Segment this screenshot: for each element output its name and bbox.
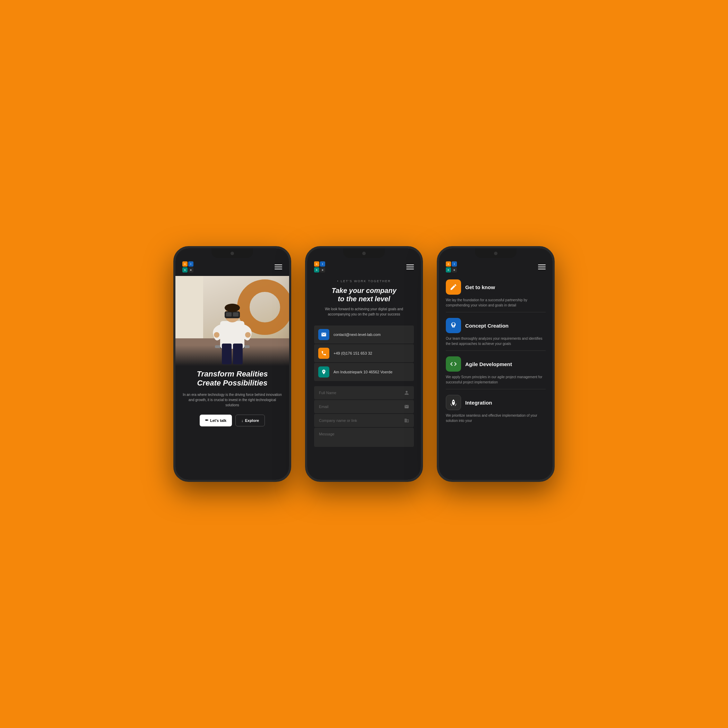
divider-2 bbox=[446, 350, 546, 351]
integration-icon-bg bbox=[446, 395, 461, 410]
logo-cell-i: i bbox=[188, 262, 193, 266]
logo-2-cell-i: i bbox=[320, 262, 325, 266]
location-icon-bg bbox=[318, 366, 329, 378]
edit-icon bbox=[450, 283, 457, 291]
hamburger-menu[interactable] bbox=[275, 265, 282, 269]
phone-icon bbox=[321, 350, 327, 356]
hero-photo bbox=[176, 276, 289, 366]
agile-dev-title: Agile Development bbox=[465, 361, 512, 367]
get-to-know-desc: We lay the foundation for a successful p… bbox=[446, 297, 546, 308]
service-get-to-know-title-row: Get to know bbox=[446, 280, 546, 295]
get-to-know-icon-bg bbox=[446, 280, 461, 295]
wall-panel bbox=[176, 276, 203, 338]
service-concept-creation: Concept Creation Our team thoroughly ana… bbox=[446, 318, 546, 351]
agile-icon-bg bbox=[446, 356, 461, 372]
concept-icon-bg bbox=[446, 318, 461, 333]
logo-2-cell-o: o bbox=[320, 267, 325, 272]
svg-point-3 bbox=[214, 332, 219, 338]
email-icon-bg bbox=[318, 329, 329, 340]
building-icon bbox=[404, 418, 409, 423]
email-field[interactable]: Email bbox=[314, 400, 414, 413]
logo-cell-n2: n bbox=[182, 267, 188, 272]
email-text: contact@next-level-lab.com bbox=[333, 332, 381, 336]
email-form-icon bbox=[404, 404, 409, 409]
logo-3-cell-i: i bbox=[452, 262, 457, 266]
phone-icon-bg bbox=[318, 348, 329, 359]
svg-rect-10 bbox=[222, 344, 232, 364]
logo-2-cell-n2: n bbox=[314, 267, 319, 272]
explore-button[interactable]: ↓ Explore bbox=[236, 414, 265, 427]
logo: n i n o bbox=[182, 262, 193, 272]
fullname-placeholder: Full Name bbox=[319, 391, 336, 395]
contact-info: contact@next-level-lab.com +49 (0)176 15… bbox=[307, 320, 421, 386]
logo-2-cell-n: n bbox=[314, 262, 319, 266]
person-svg bbox=[205, 290, 260, 366]
divider-3 bbox=[446, 389, 546, 389]
company-field[interactable]: Company name or link bbox=[314, 414, 414, 427]
phone-1: n i n o bbox=[173, 246, 291, 482]
hero-content: Transform Realities Create Possibilities… bbox=[176, 366, 289, 433]
lets-talk-button[interactable]: ✏ Let's talk bbox=[200, 414, 232, 427]
contact-header: n i n o bbox=[307, 248, 421, 272]
message-field[interactable]: Message bbox=[314, 428, 414, 447]
service-integration-title-row: Integration bbox=[446, 395, 546, 410]
service-agile-dev: Agile Development We apply Scrum princip… bbox=[446, 356, 546, 389]
email-icon bbox=[321, 332, 327, 337]
logo-3-cell-o: o bbox=[452, 267, 457, 272]
contact-subtitle: We look forward to achieving your digita… bbox=[314, 306, 414, 317]
phone-2-screen: n i n o LET'S WORK bbox=[307, 248, 421, 480]
logo-2: n i n o bbox=[314, 262, 325, 272]
location-icon bbox=[321, 369, 327, 375]
logo-cell-o: o bbox=[188, 267, 193, 272]
person-icon bbox=[404, 390, 409, 395]
get-to-know-title: Get to know bbox=[465, 284, 495, 290]
address-text: Am Industriepark 10 46562 Voerde bbox=[333, 370, 392, 374]
services-list: Get to know We lay the foundation for a … bbox=[439, 276, 552, 427]
logo-3-cell-n: n bbox=[446, 262, 451, 266]
svg-rect-11 bbox=[233, 344, 243, 364]
bulb-icon bbox=[450, 322, 457, 329]
logo-3: n i n o bbox=[446, 262, 457, 272]
phone-text: +49 (0)176 151 653 32 bbox=[333, 351, 372, 355]
svg-rect-7 bbox=[226, 312, 232, 317]
contact-address: Am Industriepark 10 46562 Voerde bbox=[314, 363, 414, 381]
integration-title: Integration bbox=[465, 400, 492, 405]
hero-subtitle: In an era where technology is the drivin… bbox=[182, 392, 282, 408]
hamburger-menu-2[interactable] bbox=[406, 265, 414, 269]
service-concept-title-row: Concept Creation bbox=[446, 318, 546, 333]
concept-creation-title: Concept Creation bbox=[465, 323, 509, 329]
svg-point-4 bbox=[245, 332, 251, 338]
hero-buttons: ✏ Let's talk ↓ Explore bbox=[182, 414, 282, 427]
phone-1-screen: n i n o bbox=[176, 248, 289, 480]
contact-hero: LET'S WORK TOGETHER Take your company to… bbox=[307, 272, 421, 320]
service-integration: Integration We prioritize seamless and e… bbox=[446, 395, 546, 423]
fullname-field[interactable]: Full Name bbox=[314, 386, 414, 399]
divider-1 bbox=[446, 312, 546, 312]
hamburger-menu-3[interactable] bbox=[538, 265, 546, 269]
services-header: n i n o bbox=[439, 248, 552, 276]
svg-point-9 bbox=[225, 304, 240, 312]
rocket-icon bbox=[450, 399, 457, 406]
contact-phone: +49 (0)176 151 653 32 bbox=[314, 344, 414, 362]
hero-title: Transform Realities Create Possibilities bbox=[182, 370, 282, 388]
email-placeholder: Email bbox=[319, 405, 329, 409]
contact-email: contact@next-level-lab.com bbox=[314, 326, 414, 344]
code-icon bbox=[450, 360, 457, 368]
logo-cell-n: n bbox=[182, 262, 188, 266]
agile-dev-desc: We apply Scrum principles in our agile p… bbox=[446, 375, 546, 385]
company-placeholder: Company name or link bbox=[319, 418, 357, 422]
service-agile-title-row: Agile Development bbox=[446, 356, 546, 372]
phone-3-screen: n i n o bbox=[439, 248, 552, 480]
phones-container: n i n o bbox=[173, 246, 555, 482]
eyebrow-text: LET'S WORK TOGETHER bbox=[314, 280, 414, 283]
svg-rect-8 bbox=[233, 312, 239, 317]
message-placeholder: Message bbox=[319, 432, 335, 436]
service-get-to-know: Get to know We lay the foundation for a … bbox=[446, 280, 546, 312]
phone-3: n i n o bbox=[437, 246, 555, 482]
phone-2: n i n o LET'S WORK bbox=[305, 246, 423, 482]
contact-form: Full Name Email Company name or link bbox=[307, 386, 421, 447]
concept-creation-desc: Our team thoroughly analyzes your requir… bbox=[446, 336, 546, 346]
contact-title: Take your company to the next level bbox=[314, 286, 414, 303]
logo-3-cell-n2: n bbox=[446, 267, 451, 272]
integration-desc: We prioritize seamless and effective imp… bbox=[446, 413, 546, 423]
